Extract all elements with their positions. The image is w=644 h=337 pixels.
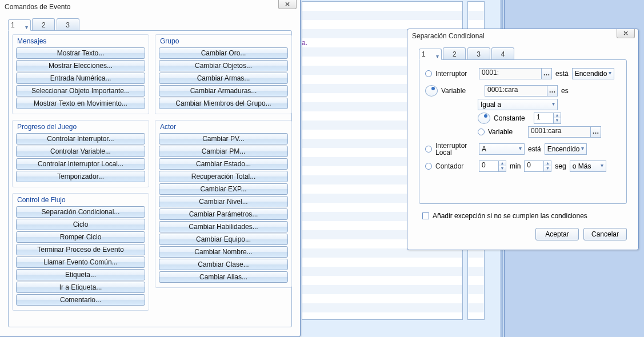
ok-button[interactable]: Aceptar: [535, 228, 579, 240]
radio-varref[interactable]: [478, 129, 485, 135]
close-icon[interactable]: ⤬: [617, 29, 635, 38]
sec-label: seg: [555, 162, 566, 170]
group-title: Grupo: [160, 37, 288, 45]
cmd-button[interactable]: Cambiar EXP...: [159, 183, 288, 195]
cmd-button[interactable]: Controlar Variable...: [16, 146, 145, 157]
cmd-button[interactable]: Cambiar Estado...: [159, 158, 288, 170]
cmd-button[interactable]: Temporizador...: [16, 171, 145, 182]
chevron-up-icon[interactable]: ▲: [544, 161, 551, 166]
close-icon[interactable]: ⤬: [278, 0, 297, 9]
self-switch-label: Interruptor Local: [435, 142, 475, 156]
cmd-button[interactable]: Cambiar Nombre...: [159, 246, 288, 258]
cmd-button[interactable]: Mostrar Texto en Movimiento...: [16, 98, 145, 109]
constant-label: Constante: [494, 114, 530, 122]
cmd-button[interactable]: Cambiar Equipo...: [159, 234, 288, 245]
radio-self-switch[interactable]: [425, 146, 432, 153]
cmd-button[interactable]: Cambiar Objetos...: [159, 60, 288, 71]
constant-spinner[interactable]: 1▲▼: [534, 113, 561, 124]
tab-2[interactable]: 2: [32, 18, 55, 31]
cmd-button[interactable]: Ir a Etiqueta...: [16, 282, 145, 293]
cmd-button[interactable]: Separación Condicional...: [16, 206, 145, 218]
cmd-button[interactable]: Romper Ciclo: [16, 231, 145, 243]
cmd-button[interactable]: Llamar Evento Común...: [16, 256, 145, 268]
cmd-button[interactable]: Cambiar Clase...: [159, 259, 288, 270]
ellipsis-icon[interactable]: …: [542, 68, 552, 79]
cmd-button[interactable]: Mostrar Elecciones...: [16, 60, 145, 71]
cmd-button[interactable]: Seleccionar Objeto Importante...: [16, 85, 145, 97]
group-title: Progreso del Juego: [17, 123, 145, 131]
variable-op-select[interactable]: Igual a: [478, 99, 558, 110]
switch-value[interactable]: 0001:: [479, 68, 542, 79]
timer-min-spinner[interactable]: 0▲▼: [479, 161, 506, 172]
cmd-button[interactable]: Mostrar Texto...: [16, 47, 145, 59]
timer-label: Contador: [435, 162, 475, 170]
tab-1[interactable]: 1: [419, 49, 442, 60]
cmd-button[interactable]: Etiqueta...: [16, 269, 145, 280]
radio-timer[interactable]: [425, 163, 432, 170]
cmd-button[interactable]: Controlar Interruptor Local...: [16, 158, 145, 170]
event-list-fragment: a.: [302, 39, 307, 47]
cmd-button[interactable]: Cambiar Habilidades...: [159, 221, 288, 232]
cmd-button[interactable]: Entrada Numérica...: [16, 73, 145, 84]
radio-variable[interactable]: [425, 85, 438, 97]
cmd-button[interactable]: Cambiar PM...: [159, 146, 288, 157]
is-label: está: [555, 70, 569, 78]
varref-label: Variable: [488, 128, 525, 136]
cmd-button[interactable]: Cambiar Alias...: [159, 271, 288, 283]
conditional-title: Separación Condicional: [412, 30, 615, 42]
row-variable: Variable 0001:cara… es: [425, 85, 621, 97]
event-commands-panel: Mensajes Mostrar Texto... Mostrar Elecci…: [8, 30, 292, 327]
cancel-button[interactable]: Cancelar: [583, 228, 627, 240]
chevron-down-icon[interactable]: ▼: [499, 166, 506, 171]
cmd-button[interactable]: Ciclo: [16, 219, 145, 230]
switch-state-select[interactable]: Encendido: [572, 68, 614, 79]
conditional-branch-dialog: Separación Condicional ⤬ 1 2 3 4 Interru…: [407, 29, 639, 250]
cmd-button[interactable]: Cambiar Armaduras...: [159, 85, 288, 97]
group-progreso: Progreso del Juego Controlar Interruptor…: [12, 120, 149, 187]
chevron-up-icon[interactable]: ▲: [554, 113, 561, 118]
timer-cmp-select[interactable]: o Más: [570, 161, 606, 172]
is-label: está: [528, 145, 541, 153]
tab-2[interactable]: 2: [443, 47, 466, 60]
ellipsis-icon[interactable]: …: [547, 85, 558, 97]
varref-value[interactable]: 0001:cara: [528, 126, 591, 138]
cmd-button[interactable]: Terminar Proceso de Evento: [16, 244, 145, 255]
event-commands-dialog: Comandos de Evento ⤬ 1 2 3 Mensajes Most…: [0, 0, 301, 337]
is-label: es: [561, 87, 569, 95]
radio-switch[interactable]: [425, 70, 432, 77]
dialog-buttons: Aceptar Cancelar: [535, 228, 627, 240]
group-flujo: Control de Flujo Separación Condicional.…: [12, 193, 149, 311]
self-switch-select[interactable]: A: [479, 143, 525, 155]
group-actor: Actor Cambiar PV... Cambiar PM... Cambia…: [155, 120, 292, 288]
tab-4[interactable]: 4: [491, 47, 514, 60]
timer-sec-spinner[interactable]: 0▲▼: [524, 161, 551, 172]
group-title: Control de Flujo: [17, 196, 145, 204]
group-title: Mensajes: [17, 37, 145, 45]
cmd-button[interactable]: Cambiar Armas...: [159, 73, 288, 84]
variable-label: Variable: [441, 87, 481, 95]
row-switch: Interruptor 0001:… está Encendido: [425, 68, 621, 79]
cmd-button[interactable]: Cambiar Miembros del Grupo...: [159, 98, 288, 109]
tab-3[interactable]: 3: [57, 18, 79, 31]
chevron-down-icon[interactable]: ▼: [554, 118, 561, 123]
cmd-button[interactable]: Cambiar PV...: [159, 133, 288, 145]
ellipsis-icon[interactable]: …: [591, 126, 601, 138]
chevron-down-icon[interactable]: ▼: [544, 166, 551, 171]
chevron-up-icon[interactable]: ▲: [499, 161, 506, 166]
group-mensajes: Mensajes Mostrar Texto... Mostrar Elecci…: [12, 34, 149, 114]
cmd-button[interactable]: Comentario...: [16, 294, 145, 306]
tab-1[interactable]: 1: [8, 19, 31, 31]
cmd-button[interactable]: Cambiar Oro...: [159, 47, 288, 59]
cmd-button[interactable]: Recuperación Total...: [159, 171, 288, 182]
tab-3[interactable]: 3: [467, 47, 490, 60]
else-checkbox[interactable]: [422, 212, 429, 219]
row-timer: Contador 0▲▼ min 0▲▼ seg o Más: [425, 161, 621, 172]
cmd-button[interactable]: Controlar Interruptor...: [16, 133, 145, 145]
cmd-button[interactable]: Cambiar Nivel...: [159, 196, 288, 207]
self-switch-state-select[interactable]: Encendido: [545, 143, 587, 155]
radio-constant[interactable]: [478, 113, 490, 124]
variable-value[interactable]: 0001:cara: [485, 85, 547, 97]
else-row: Añadir excepción si no se cumplen las co…: [422, 212, 587, 220]
conditional-panel: Interruptor 0001:… está Encendido Variab…: [419, 59, 627, 204]
cmd-button[interactable]: Cambiar Parámetros...: [159, 208, 288, 220]
